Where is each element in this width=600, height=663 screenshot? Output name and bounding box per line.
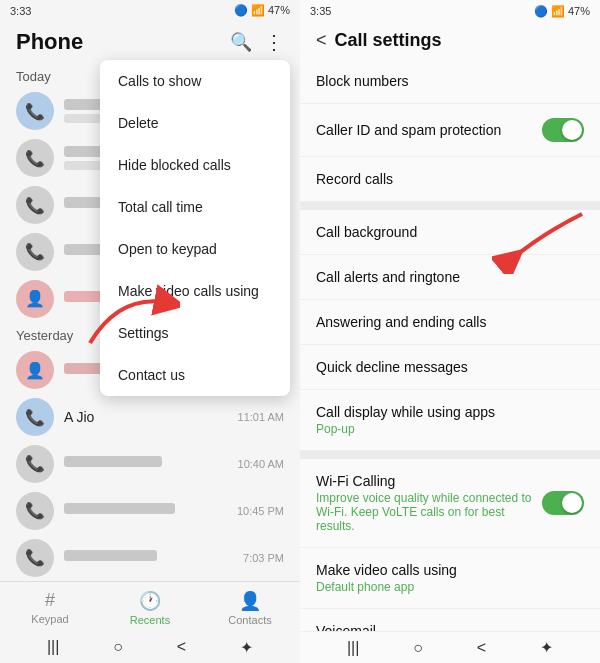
- name-bar: [64, 550, 157, 561]
- call-time: 10:40 AM: [238, 458, 284, 470]
- nav-contacts[interactable]: 👤 Contacts: [200, 582, 300, 632]
- back-btn-right[interactable]: <: [477, 639, 486, 657]
- settings-title: Call settings: [335, 30, 442, 51]
- call-avatar: 📞: [16, 398, 54, 436]
- back-btn[interactable]: <: [177, 638, 186, 656]
- settings-list: Block numbers Caller ID and spam protect…: [300, 59, 600, 631]
- recents-icon: 🕐: [139, 590, 161, 612]
- call-item-yesterday-5[interactable]: 📞 7:03 PM: [0, 534, 300, 581]
- menu-delete[interactable]: Delete: [100, 102, 290, 144]
- home-btn[interactable]: ○: [113, 638, 123, 656]
- setting-record-calls[interactable]: Record calls: [300, 157, 600, 202]
- call-avatar: 📞: [16, 139, 54, 177]
- menu-total-call-time[interactable]: Total call time: [100, 186, 290, 228]
- setting-video-calls[interactable]: Make video calls using Default phone app: [300, 548, 600, 609]
- call-item-yesterday-2[interactable]: 📞 A Jio 11:01 AM: [0, 394, 300, 441]
- setting-voicemail[interactable]: Voicemail: [300, 609, 600, 631]
- keypad-label: Keypad: [31, 613, 68, 625]
- divider-2: [300, 451, 600, 459]
- menu-contact-us[interactable]: Contact us: [100, 354, 290, 396]
- setting-title: Call alerts and ringtone: [316, 269, 584, 285]
- call-avatar: 📞: [16, 445, 54, 483]
- setting-call-display[interactable]: Call display while using apps Pop-up: [300, 390, 600, 451]
- status-icons-left: 🔵 📶 47%: [234, 4, 290, 17]
- call-avatar-missed: 👤: [16, 351, 54, 389]
- setting-call-alerts[interactable]: Call alerts and ringtone: [300, 255, 600, 300]
- wifi-calling-toggle[interactable]: [542, 491, 584, 515]
- right-panel: 3:35 🔵 📶 47% < Call settings Block numbe…: [300, 0, 600, 663]
- setting-title: Wi-Fi Calling: [316, 473, 542, 489]
- setting-quick-decline[interactable]: Quick decline messages: [300, 345, 600, 390]
- search-icon[interactable]: 🔍: [230, 31, 252, 53]
- recent-apps-btn[interactable]: |||: [47, 638, 59, 656]
- menu-video-calls[interactable]: Make video calls using: [100, 270, 290, 312]
- setting-sub: Improve voice quality while connected to…: [316, 491, 542, 533]
- setting-title: Quick decline messages: [316, 359, 584, 375]
- menu-open-keypad[interactable]: Open to keypad: [100, 228, 290, 270]
- setting-title: Call display while using apps: [316, 404, 584, 420]
- phone-title: Phone: [16, 29, 83, 55]
- keypad-icon: #: [45, 590, 55, 611]
- assist-btn-right[interactable]: ✦: [540, 638, 553, 657]
- more-icon[interactable]: ⋮: [264, 30, 284, 54]
- setting-title: Record calls: [316, 171, 584, 187]
- caller-id-toggle[interactable]: [542, 118, 584, 142]
- setting-title: Make video calls using: [316, 562, 584, 578]
- setting-title: Caller ID and spam protection: [316, 122, 542, 138]
- call-info: [64, 503, 227, 518]
- setting-answering-ending[interactable]: Answering and ending calls: [300, 300, 600, 345]
- time-left: 3:33: [10, 5, 31, 17]
- call-time: 7:03 PM: [243, 552, 284, 564]
- left-panel: 3:33 🔵 📶 47% Phone 🔍 ⋮ Today 📞 (2 📞 📞: [0, 0, 300, 663]
- call-info: A Jio: [64, 408, 228, 426]
- status-icons-right: 🔵 📶 47%: [534, 5, 590, 18]
- bottom-nav: # Keypad 🕐 Recents 👤 Contacts: [0, 581, 300, 632]
- setting-block-numbers[interactable]: Block numbers: [300, 59, 600, 104]
- divider: [300, 202, 600, 210]
- call-avatar: 📞: [16, 186, 54, 224]
- call-info: [64, 550, 233, 565]
- dropdown-menu: Calls to show Delete Hide blocked calls …: [100, 60, 290, 396]
- call-info: [64, 456, 228, 471]
- call-item-yesterday-4[interactable]: 📞 10:45 PM: [0, 487, 300, 534]
- recent-apps-btn-right[interactable]: |||: [347, 639, 359, 657]
- setting-caller-id[interactable]: Caller ID and spam protection: [300, 104, 600, 157]
- home-btn-right[interactable]: ○: [413, 639, 423, 657]
- setting-sub: Default phone app: [316, 580, 584, 594]
- status-bar-right: 3:35 🔵 📶 47%: [300, 0, 600, 22]
- recents-label: Recents: [130, 614, 170, 626]
- contacts-icon: 👤: [239, 590, 261, 612]
- time-right: 3:35: [310, 5, 331, 17]
- contacts-label: Contacts: [228, 614, 271, 626]
- assist-btn[interactable]: ✦: [240, 638, 253, 657]
- setting-sub: Pop-up: [316, 422, 584, 436]
- name-bar: [64, 456, 162, 467]
- setting-title: Call background: [316, 224, 584, 240]
- call-time: 10:45 PM: [237, 505, 284, 517]
- call-name-text: A Jio: [64, 409, 94, 425]
- menu-hide-blocked[interactable]: Hide blocked calls: [100, 144, 290, 186]
- setting-call-background[interactable]: Call background: [300, 210, 600, 255]
- status-bar-left: 3:33 🔵 📶 47%: [0, 0, 300, 21]
- setting-title: Voicemail: [316, 623, 584, 631]
- right-header: < Call settings: [300, 22, 600, 59]
- setting-title: Block numbers: [316, 73, 584, 89]
- call-avatar: 📞: [16, 233, 54, 271]
- call-avatar: 📞: [16, 92, 54, 130]
- system-nav-right: ||| ○ < ✦: [300, 631, 600, 663]
- header-icons: 🔍 ⋮: [230, 30, 284, 54]
- call-avatar: 📞: [16, 492, 54, 530]
- name-bar: [64, 503, 175, 514]
- menu-settings[interactable]: Settings: [100, 312, 290, 354]
- nav-recents[interactable]: 🕐 Recents: [100, 582, 200, 632]
- setting-title: Answering and ending calls: [316, 314, 584, 330]
- back-button[interactable]: <: [316, 30, 327, 51]
- call-avatar-missed: 👤: [16, 280, 54, 318]
- setting-wifi-calling[interactable]: Wi-Fi Calling Improve voice quality whil…: [300, 459, 600, 548]
- nav-keypad[interactable]: # Keypad: [0, 582, 100, 632]
- system-nav-left: ||| ○ < ✦: [0, 632, 300, 663]
- call-item-yesterday-3[interactable]: 📞 10:40 AM: [0, 441, 300, 488]
- menu-calls-to-show[interactable]: Calls to show: [100, 60, 290, 102]
- call-avatar: 📞: [16, 539, 54, 577]
- left-header: Phone 🔍 ⋮: [0, 21, 300, 63]
